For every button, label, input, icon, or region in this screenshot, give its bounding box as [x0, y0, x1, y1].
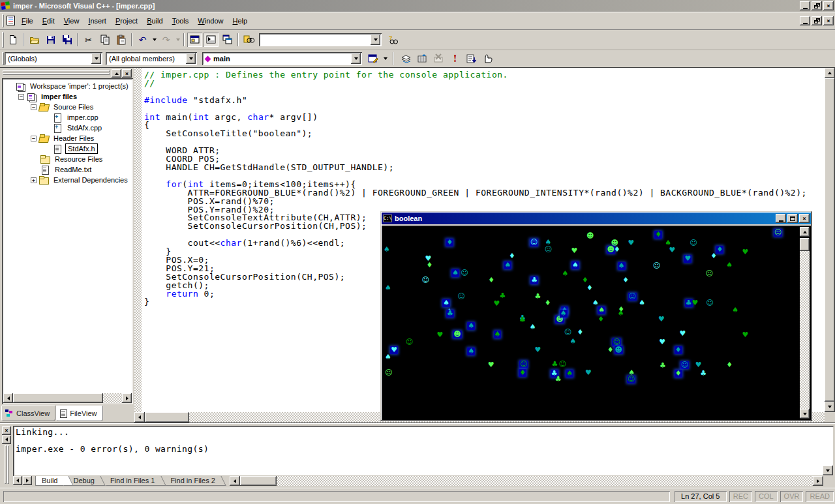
- output-tabs-scroll-right-button[interactable]: [23, 476, 32, 485]
- wizard-actions-dropdown-button[interactable]: [382, 52, 389, 66]
- menu-project[interactable]: Project: [111, 15, 142, 27]
- workspace-close-button[interactable]: ×: [122, 69, 132, 78]
- console-scroll-up-button[interactable]: [800, 227, 810, 237]
- redo-dropdown-button[interactable]: [174, 33, 181, 47]
- tree-item-imper-cpp[interactable]: imper.cpp: [5, 112, 133, 123]
- console-close-button[interactable]: ×: [799, 214, 810, 223]
- tree-item-resource-files[interactable]: Resource Files: [5, 154, 133, 164]
- output-scroll-left-button[interactable]: [230, 476, 240, 486]
- menubar-gripper[interactable]: [2, 14, 4, 27]
- mdi-document-icon[interactable]: [7, 16, 15, 25]
- workspace-tree[interactable]: Workspace 'imper': 1 project(s)−imper fi…: [2, 78, 133, 404]
- tree-item-stdafx-cpp[interactable]: StdAfx.cpp: [5, 123, 133, 133]
- find-in-files-button[interactable]: [241, 33, 256, 47]
- restore-button[interactable]: [812, 1, 822, 10]
- function-combo[interactable]: main: [202, 52, 362, 65]
- find-combo[interactable]: [259, 33, 382, 46]
- undo-button[interactable]: ↶: [135, 33, 150, 47]
- output-log[interactable]: Linking... imper.exe - 0 error(s), 0 war…: [13, 426, 834, 476]
- output-vscrollbar[interactable]: [823, 426, 833, 475]
- toolbar2-gripper[interactable]: [2, 52, 4, 65]
- go-button[interactable]: [464, 52, 479, 66]
- search-button[interactable]: ?: [386, 33, 401, 47]
- windows-button[interactable]: [220, 33, 235, 47]
- editor-scroll-up-button[interactable]: [825, 68, 835, 78]
- menu-help[interactable]: Help: [228, 15, 252, 27]
- output-tab-build[interactable]: Build: [35, 476, 67, 486]
- tree-item-workspace-imper-1-project-s-[interactable]: Workspace 'imper': 1 project(s): [5, 81, 133, 91]
- tab-classview[interactable]: ClassView: [1, 406, 55, 421]
- close-button[interactable]: ×: [823, 1, 834, 10]
- undo-dropdown-button[interactable]: [151, 33, 158, 47]
- function-combo-dropdown-button[interactable]: [351, 53, 361, 64]
- editor-selection-margin[interactable]: [134, 68, 142, 412]
- menu-file[interactable]: File: [17, 15, 38, 27]
- output-close-button[interactable]: ×: [2, 426, 11, 435]
- tree-item-source-files[interactable]: −Source Files: [5, 102, 133, 112]
- output-tab-find-in-files-1[interactable]: Find in Files 1: [104, 476, 164, 486]
- class-combo[interactable]: (Globals): [5, 52, 102, 65]
- stop-build-button[interactable]: [431, 52, 446, 66]
- open-file-button[interactable]: [27, 33, 42, 47]
- console-vscroll-thumb[interactable]: [800, 238, 810, 251]
- expand-icon[interactable]: +: [31, 177, 37, 183]
- class-combo-dropdown-button[interactable]: [91, 53, 101, 64]
- tree-item-stdafx-h[interactable]: StdAfx.h: [5, 143, 133, 154]
- workspace-hscrollbar[interactable]: [3, 393, 132, 403]
- console-minimize-button[interactable]: [776, 214, 786, 223]
- execute-button[interactable]: !: [448, 52, 463, 66]
- output-hscroll-track[interactable]: [277, 476, 813, 486]
- output-tab-debug[interactable]: Debug: [67, 476, 103, 486]
- output-hscroll-thumb[interactable]: [240, 476, 277, 486]
- editor-vscroll-thumb[interactable]: [825, 78, 835, 402]
- output-toggle-button[interactable]: [204, 33, 219, 47]
- console-vscroll-track[interactable]: [800, 251, 810, 409]
- build-button[interactable]: [415, 52, 430, 66]
- editor-vscrollbar[interactable]: [825, 68, 835, 412]
- save-all-button[interactable]: [59, 33, 74, 47]
- workspace-hscroll-thumb[interactable]: [13, 393, 103, 403]
- output-dock-button[interactable]: [2, 436, 11, 444]
- cut-button[interactable]: ✂: [81, 33, 96, 47]
- workspace-scroll-left-button[interactable]: [3, 393, 13, 403]
- editor-hscroll-thumb[interactable]: [145, 412, 189, 422]
- workspace-expand-button[interactable]: [112, 69, 121, 78]
- mdi-close-button[interactable]: ×: [823, 16, 834, 25]
- collapse-icon[interactable]: −: [31, 104, 37, 110]
- menu-build[interactable]: Build: [142, 15, 167, 27]
- find-combo-input[interactable]: [262, 33, 382, 46]
- breakpoint-hand-button[interactable]: [480, 52, 495, 66]
- members-combo-dropdown-button[interactable]: [186, 53, 196, 64]
- menu-tools[interactable]: Tools: [168, 15, 194, 27]
- tab-fileview[interactable]: FileView: [56, 406, 102, 421]
- new-file-button[interactable]: [5, 33, 20, 47]
- console-scroll-down-button[interactable]: [800, 409, 810, 419]
- toolbar1-gripper[interactable]: [2, 32, 4, 48]
- save-button[interactable]: [43, 33, 58, 47]
- menu-view[interactable]: View: [59, 15, 84, 27]
- console-title-bar[interactable]: C:\ boolean ×: [382, 213, 811, 224]
- output-tab-find-in-files-2[interactable]: Find in Files 2: [164, 476, 224, 486]
- console-vscrollbar[interactable]: [799, 226, 810, 419]
- workspace-toggle-button[interactable]: [187, 33, 202, 47]
- tree-item-readme-txt[interactable]: ReadMe.txt: [5, 164, 133, 175]
- workspace-scroll-right-button[interactable]: [122, 393, 132, 403]
- members-combo[interactable]: (All global members): [106, 52, 197, 65]
- menu-insert[interactable]: Insert: [84, 15, 111, 27]
- output-gripper[interactable]: [5, 445, 10, 484]
- output-tabs-scroll-left-button[interactable]: [13, 476, 22, 485]
- wizard-actions-button[interactable]: [366, 52, 381, 66]
- console-window[interactable]: C:\ boolean × ♠♦♥♦☺♠☺♠☺♠♠♦♣♥♦♠☺☺♠♣♣♦♥♠♠♦…: [380, 211, 812, 421]
- minimize-button[interactable]: [800, 1, 810, 10]
- tree-item-external-dependencies[interactable]: +External Dependencies: [5, 175, 133, 185]
- mdi-restore-button[interactable]: [812, 16, 822, 25]
- mdi-minimize-button[interactable]: [800, 16, 810, 25]
- output-scroll-down-button[interactable]: [823, 466, 833, 475]
- output-scroll-right-button[interactable]: [813, 476, 823, 486]
- redo-button[interactable]: ↷: [159, 33, 174, 47]
- workspace-hscroll-track[interactable]: [103, 393, 122, 403]
- paste-button[interactable]: [114, 33, 129, 47]
- menu-edit[interactable]: Edit: [38, 15, 59, 27]
- workspace-gripper[interactable]: ×: [3, 70, 132, 77]
- editor-scroll-left-button[interactable]: [134, 412, 145, 422]
